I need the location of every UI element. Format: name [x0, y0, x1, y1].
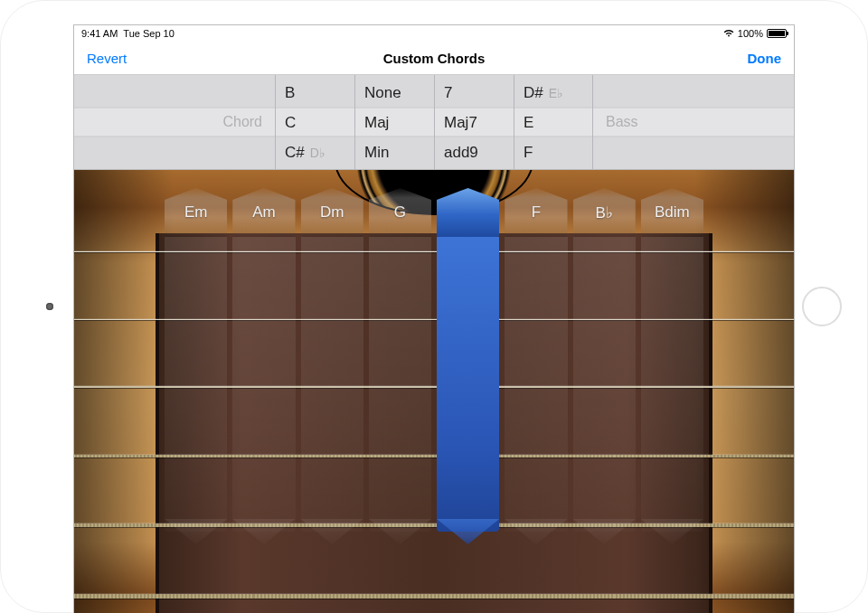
wifi-icon	[723, 29, 734, 38]
status-time: 9:41 AM	[81, 28, 118, 39]
guitar-surface: Em Am Dm G CM7/E	[74, 170, 794, 613]
status-battery-pct: 100%	[738, 28, 763, 39]
picker-columns: B C C#D♭ None Maj Min 7 Maj7 add9 D#E♭ E	[275, 75, 593, 169]
picker-col-root[interactable]: B C C#D♭	[275, 75, 354, 169]
chord-label: Dm	[301, 188, 363, 237]
screen: 9:41 AM Tue Sep 10 100% Revert Custom Ch…	[73, 24, 795, 613]
chord-label: Bdim	[641, 188, 703, 237]
chord-label: B♭	[573, 188, 636, 237]
ipad-frame: 9:41 AM Tue Sep 10 100% Revert Custom Ch…	[0, 0, 868, 613]
picker-opt-selected: Maj7	[444, 108, 505, 137]
chord-strip-3[interactable]: Dm	[301, 188, 363, 514]
chord-body[interactable]	[369, 237, 431, 532]
chord-strip-8[interactable]: Bdim	[641, 188, 703, 514]
picker-opt-selected: Maj	[364, 108, 425, 137]
status-bar: 9:41 AM Tue Sep 10 100%	[74, 25, 794, 42]
chord-strip-5[interactable]: CM7/E	[437, 188, 499, 514]
picker-opt: add9	[444, 137, 505, 167]
chord-body[interactable]	[232, 237, 295, 532]
picker-opt-selected: E	[524, 108, 583, 137]
battery-icon	[767, 29, 787, 38]
chord-picker: Chord B C C#D♭ None Maj Min 7 Maj7 add9	[74, 74, 794, 170]
nav-title: Custom Chords	[383, 51, 486, 66]
picker-opt: Min	[364, 137, 425, 167]
home-button[interactable]	[802, 287, 842, 326]
picker-opt: None	[364, 78, 425, 108]
chord-strip-1[interactable]: Em	[165, 188, 227, 514]
chord-label: G	[369, 188, 431, 237]
chord-body[interactable]	[641, 237, 703, 532]
chord-strip-2[interactable]: Am	[232, 188, 295, 514]
chord-label: Am	[232, 188, 295, 237]
picker-opt: 7	[444, 78, 505, 108]
chord-body[interactable]	[301, 237, 363, 532]
status-date: Tue Sep 10	[123, 28, 174, 39]
picker-opt: D#E♭	[524, 78, 583, 108]
chord-label: Em	[165, 188, 227, 237]
picker-opt: F	[524, 137, 583, 167]
picker-opt: B	[285, 78, 345, 108]
picker-label-chord: Chord	[212, 114, 275, 130]
done-button[interactable]: Done	[748, 51, 782, 66]
chord-label: CM7/E	[437, 188, 499, 237]
picker-col-bass[interactable]: D#E♭ E F	[514, 75, 593, 169]
chord-strip-4[interactable]: G	[369, 188, 431, 514]
chord-body[interactable]	[505, 237, 567, 532]
chord-strip-6[interactable]: F	[505, 188, 567, 514]
chord-body[interactable]	[437, 237, 499, 532]
picker-opt-selected: C	[285, 108, 345, 137]
revert-button[interactable]: Revert	[87, 51, 127, 66]
front-camera	[46, 303, 53, 310]
picker-opt: C#D♭	[285, 137, 345, 167]
picker-label-bass: Bass	[593, 114, 656, 130]
chord-body[interactable]	[573, 237, 636, 532]
nav-bar: Revert Custom Chords Done	[74, 42, 794, 74]
chord-strip-7[interactable]: B♭	[573, 188, 636, 514]
picker-col-quality[interactable]: None Maj Min	[354, 75, 434, 169]
chord-body[interactable]	[165, 237, 227, 532]
picker-col-extension[interactable]: 7 Maj7 add9	[434, 75, 514, 169]
chord-strip-row: Em Am Dm G CM7/E	[165, 188, 703, 514]
chord-label: F	[505, 188, 567, 237]
